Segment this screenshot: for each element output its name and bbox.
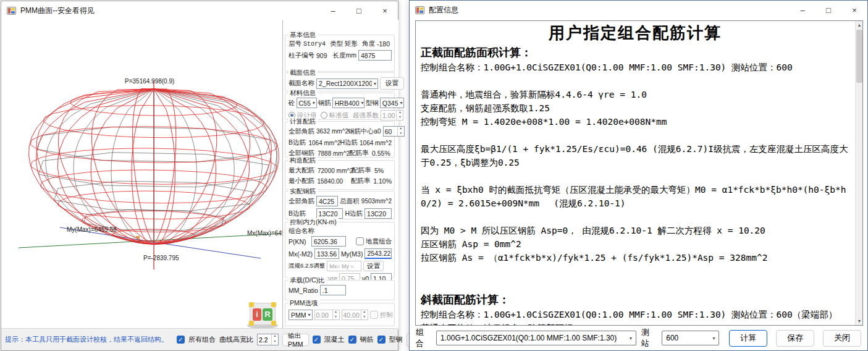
pmm-control-label: 控制 [380, 311, 393, 319]
adjust-settings-button[interactable]: 设置 [363, 261, 384, 271]
pmm-value-spinner[interactable]: 40.00 ▲▼ [342, 310, 368, 320]
right-title-bar[interactable]: 配置信息 – □ × [410, 1, 867, 19]
report-line: 正截面配筋面积计算： [421, 44, 849, 61]
group-actual-rebar: 实配钢筋 全部角筋 4C25 总面积 9503mm^2 B边筋 13C20 H边… [285, 191, 395, 219]
concrete-checkbox[interactable]: ✓ [313, 336, 321, 344]
spinner-arrows-icon[interactable]: ▲▼ [361, 310, 368, 319]
group-title: 构造配筋 [288, 156, 318, 165]
combo-label: 组合 [416, 327, 431, 349]
pmm-mode-combobox[interactable]: PMM▾ [289, 310, 313, 320]
scroll-down-icon[interactable]: ▼ [856, 317, 863, 325]
actual-b-input[interactable]: 13C20 [316, 208, 343, 219]
close-icon[interactable]: × [841, 1, 867, 19]
seismic-combo-checkbox[interactable] [356, 237, 364, 245]
all-combos-checkbox[interactable]: ✓ [177, 336, 185, 344]
shape-steel-combobox[interactable]: Q345▾ [380, 98, 405, 108]
group-title: PMM选项 [288, 299, 320, 308]
calculate-button[interactable]: 计算 [729, 330, 767, 347]
chevron-down-icon: ▾ [313, 100, 315, 106]
save-button[interactable]: 保存 [776, 330, 814, 347]
total-area-label: 总面积 [340, 197, 360, 206]
length-input[interactable]: 4875 [358, 50, 392, 61]
max-ratio-label: 配筋率 [352, 166, 373, 175]
min-rebar-label: 最小配筋 [289, 177, 315, 185]
standard-value-radio[interactable] [321, 112, 327, 119]
rebar-center-label: 钢筋中心a0 [348, 127, 381, 136]
combo-name-label: 组合名称 [289, 227, 314, 235]
chevron-down-icon: ▾ [630, 336, 632, 341]
report-line: 普通水平构件，地震组合，验算新隔标4.4.6-2 γre = 1.0 [421, 321, 849, 326]
type-label: 类型 [330, 40, 343, 48]
actual-corner-label: 全部角筋 [289, 197, 314, 206]
p-kn-label: P(KN) [289, 238, 310, 245]
seismic-combo-label: 地震组合 [366, 237, 392, 246]
calc-h-label: H边筋 [340, 138, 358, 147]
min-ratio-label: 配筋率 [351, 177, 372, 185]
all-combos-label: 所有组合 [188, 335, 216, 344]
concrete-label: 混凝土 [324, 335, 345, 344]
standard-value-label: 标准值 [329, 111, 349, 120]
section-settings-button[interactable]: 设置 [380, 77, 404, 90]
actual-h-label: H边筋 [345, 209, 363, 218]
actual-corner-input[interactable]: 4C25 [316, 196, 338, 206]
left-status-bar: 提示：本工具只用于截面设计校核，结果不返回结构。 ✓ 所有组合 曲线高宽比 2.… [1, 328, 398, 350]
pmm-surface-plot[interactable]: P=35164.998(0.9) P=-2839.795 Mx(Max)=645… [1, 20, 283, 329]
rebar-combobox[interactable]: HRB400▾ [332, 98, 364, 108]
report-line [421, 210, 849, 224]
report-line: 用户指定组合配筋计算 [421, 22, 849, 44]
section-name-combobox[interactable]: 2_Rect1200X1200_C ▾ [316, 78, 378, 89]
actual-h-input[interactable]: 13C20 [364, 208, 392, 219]
my-label: My(M3) [341, 250, 363, 258]
close-icon[interactable]: × [372, 1, 398, 20]
origin-marker [136, 236, 140, 239]
report-text-area[interactable]: 用户指定组合配筋计算正截面配筋面积计算：控制组合名称：1.00G+1.0CiSG… [415, 20, 863, 326]
group-title: 基本信息 [288, 31, 318, 40]
report-line: 斜截面配筋计算： [421, 292, 849, 308]
report-body: 用户指定组合配筋计算正截面配筋面积计算：控制组合名称：1.00G+1.0CiSG… [416, 21, 852, 326]
chevron-down-icon: ▾ [712, 336, 715, 341]
p-kn-input[interactable]: 6205.36 [311, 236, 346, 247]
scroll-up-icon[interactable]: ▲ [856, 21, 863, 29]
report-line: 压区钢筋 Asp = 0mm^2 [421, 237, 849, 251]
steel-checkbox[interactable]: ✓ [377, 336, 386, 344]
code-adjust-input[interactable]: Mx= My = [327, 261, 361, 271]
chevron-down-icon: ▾ [400, 100, 402, 106]
left-title-bar[interactable]: PMM曲面--安全看得见 – □ × [1, 1, 398, 20]
output-pmm-button[interactable]: 输出PMM [282, 334, 309, 346]
my-input[interactable]: 2543.22 [364, 248, 392, 259]
maximize-icon[interactable]: □ [346, 1, 372, 20]
vertical-scrollbar[interactable]: ▲ ▼ [855, 21, 862, 325]
maximize-icon[interactable]: □ [815, 1, 841, 19]
spinner-arrows-icon[interactable]: ▲▼ [396, 111, 403, 120]
pmm-control-checkbox[interactable] [370, 311, 378, 319]
station-label: 测站 [641, 327, 657, 349]
rebar-center-spinner[interactable]: 60 ▲▼ [383, 126, 405, 137]
group-title: 材料信息 [288, 89, 318, 98]
mx-input[interactable]: 133.56 [314, 248, 339, 259]
spinner-arrows-icon[interactable]: ▲▼ [397, 127, 404, 136]
minimize-icon[interactable]: – [320, 1, 346, 20]
report-line: 拉区钢筋 As = （α1*fck*b*x)/fyk*1.25 + (fs/fy… [421, 251, 849, 264]
spinner-arrows-icon[interactable]: ▲▼ [271, 334, 278, 345]
mx-label: Mx(-M2) [289, 250, 313, 258]
rebar-checkbox[interactable]: ✓ [348, 336, 356, 344]
scrollbar-thumb[interactable] [856, 30, 862, 83]
spinner-arrows-icon[interactable]: ▲▼ [332, 310, 339, 319]
pmm-angle-spinner[interactable]: 0.00 ▲▼ [314, 310, 340, 320]
mm-ratio-input[interactable]: .1 [320, 285, 346, 295]
minimize-icon[interactable]: – [790, 1, 815, 19]
overstrength-label: 超强系数 [353, 111, 379, 120]
combination-combobox[interactable]: 1.00G+1.0CiSGZEX01(Q0:1.00 MMF:1.00 SMF:… [436, 331, 636, 345]
calc-corner-value: 3632 mm^2 [316, 128, 346, 135]
column-id-label: 柱子编号 [289, 51, 314, 60]
station-combobox[interactable]: 600 ▾ [662, 331, 719, 345]
settings-panel: 基本信息 层号 Story4 类型 矩形 角度 -180 柱子编号 909 长度… [283, 20, 398, 329]
report-line: 控制组合名称：1.00G+1.0CiSGZEX01(Q0:1.00 MMF:1.… [421, 308, 849, 321]
concrete-combobox[interactable]: C55▾ [297, 98, 317, 108]
p-min-label: P=-2839.795 [143, 255, 179, 261]
report-line [421, 264, 849, 278]
overstrength-spinner[interactable]: 1.00 ▲▼ [381, 110, 403, 121]
aspect-ratio-spinner[interactable]: 2.2 ▲▼ [257, 334, 279, 345]
max-rebar-value: 72000 mm^2 [318, 167, 350, 174]
close-button[interactable]: 关闭 [823, 330, 861, 347]
